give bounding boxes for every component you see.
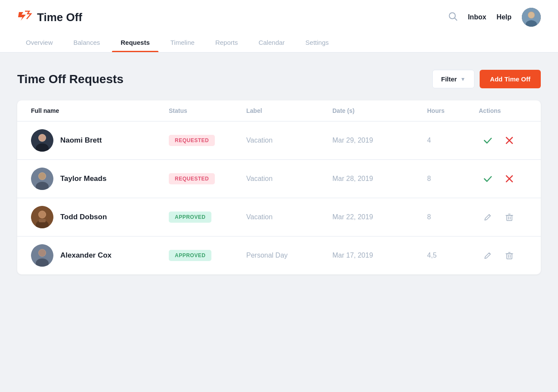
col-hours: Hours [427, 107, 479, 114]
reject-button[interactable] [500, 170, 518, 188]
person-cell: Naomi Brett [31, 129, 169, 152]
status-cell: APPROVED [169, 250, 246, 261]
svg-rect-34 [507, 254, 512, 259]
tab-calendar[interactable]: Calendar [250, 33, 293, 52]
svg-line-1 [454, 18, 457, 20]
hours-cell: 4 [427, 137, 479, 144]
status-badge: REQUESTED [169, 135, 215, 146]
tab-overview[interactable]: Overview [17, 33, 62, 52]
header-right: Inbox Help [448, 8, 541, 27]
person-cell: Todd Dobson [31, 206, 169, 228]
delete-button[interactable] [500, 208, 518, 226]
col-fullname: Full name [31, 107, 169, 114]
help-link[interactable]: Help [496, 13, 512, 21]
hours-cell: 8 [427, 175, 479, 183]
hours-cell: 8 [427, 213, 479, 221]
svg-point-32 [39, 249, 46, 256]
edit-button[interactable] [479, 246, 497, 264]
person-cell: Taylor Meads [31, 168, 169, 190]
col-label: Label [246, 107, 332, 114]
svg-line-23 [489, 215, 490, 216]
person-name: Todd Dobson [60, 213, 107, 221]
avatar [31, 206, 53, 228]
add-time-off-button[interactable]: Add Time Off [480, 70, 541, 88]
chevron-down-icon: ▼ [460, 76, 465, 82]
col-dates: Date (s) [332, 107, 427, 114]
label-cell: Vacation [246, 213, 332, 221]
avatar-image [522, 8, 541, 27]
status-cell: REQUESTED [169, 135, 246, 146]
status-badge: APPROVED [169, 250, 211, 261]
inbox-link[interactable]: Inbox [468, 13, 487, 21]
actions-cell [479, 131, 541, 149]
person-name: Naomi Brett [60, 136, 102, 145]
label-cell: Personal Day [246, 252, 332, 259]
svg-point-5 [528, 12, 534, 18]
nav-tabs: Overview Balances Requests Timeline Repo… [17, 33, 541, 52]
status-badge: APPROVED [169, 212, 211, 223]
date-cell: Mar 17, 2019 [332, 252, 427, 259]
svg-point-21 [39, 211, 46, 218]
person-cell: Alexander Cox [31, 244, 169, 267]
edit-button[interactable] [479, 208, 497, 226]
svg-rect-24 [507, 215, 512, 221]
person-name: Taylor Meads [60, 174, 106, 183]
logo-area: Time Off [17, 9, 82, 26]
tab-reports[interactable]: Reports [207, 33, 247, 52]
col-actions: Actions [479, 107, 541, 114]
col-status: Status [169, 107, 246, 114]
tab-settings[interactable]: Settings [297, 33, 337, 52]
hours-cell: 4,5 [427, 252, 479, 259]
reject-button[interactable] [500, 131, 518, 149]
status-cell: REQUESTED [169, 173, 246, 184]
label-cell: Vacation [246, 137, 332, 144]
date-cell: Mar 22, 2019 [332, 213, 427, 221]
avatar [31, 168, 53, 190]
table-row: Alexander Cox APPROVED Personal Day Mar … [17, 236, 541, 274]
svg-point-15 [39, 173, 46, 180]
tab-timeline[interactable]: Timeline [162, 33, 203, 52]
label-cell: Vacation [246, 175, 332, 183]
delete-button[interactable] [500, 246, 518, 264]
svg-line-33 [489, 253, 490, 254]
requests-table: Full name Status Label Date (s) Hours Ac… [17, 100, 541, 274]
status-badge: REQUESTED [169, 173, 215, 184]
date-cell: Mar 29, 2019 [332, 137, 427, 144]
status-cell: APPROVED [169, 212, 246, 223]
approve-button[interactable] [479, 131, 497, 149]
avatar [31, 244, 53, 267]
approve-button[interactable] [479, 170, 497, 188]
actions-cell [479, 246, 541, 264]
logo-icon [17, 9, 33, 26]
user-avatar[interactable] [522, 8, 541, 27]
search-icon[interactable] [448, 12, 458, 23]
app-title: Time Off [37, 11, 82, 24]
tab-balances[interactable]: Balances [65, 33, 109, 52]
actions-cell [479, 170, 541, 188]
svg-rect-22 [39, 219, 46, 222]
filter-button[interactable]: Filter ▼ [432, 70, 475, 88]
avatar [31, 129, 53, 152]
table-row: Todd Dobson APPROVED Vacation Mar 22, 20… [17, 198, 541, 236]
page-title: Time Off Requests [17, 72, 124, 86]
header-actions: Filter ▼ Add Time Off [432, 70, 541, 88]
table-row: Taylor Meads REQUESTED Vacation Mar 28, … [17, 160, 541, 198]
person-name: Alexander Cox [60, 251, 112, 260]
table-row: Naomi Brett REQUESTED Vacation Mar 29, 2… [17, 121, 541, 160]
page-header: Time Off Requests Filter ▼ Add Time Off [17, 70, 541, 88]
header-top: Time Off Inbox Help [17, 0, 541, 33]
actions-cell [479, 208, 541, 226]
filter-label: Filter [441, 75, 457, 83]
table-header: Full name Status Label Date (s) Hours Ac… [17, 100, 541, 121]
svg-point-9 [39, 134, 46, 141]
header: Time Off Inbox Help [0, 0, 558, 53]
main-content: Time Off Requests Filter ▼ Add Time Off … [0, 53, 558, 292]
date-cell: Mar 28, 2019 [332, 175, 427, 183]
tab-requests[interactable]: Requests [112, 33, 158, 52]
